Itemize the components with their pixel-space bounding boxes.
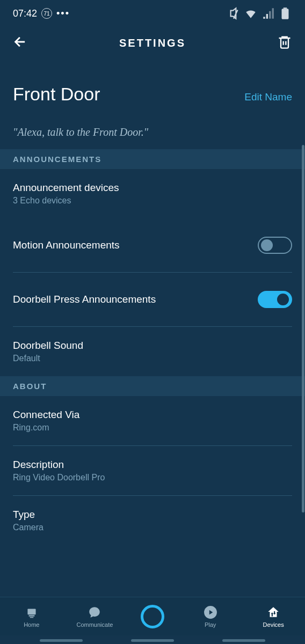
announcement-devices-sub: 3 Echo devices bbox=[13, 196, 119, 206]
device-title-row: Front Door Edit Name bbox=[0, 68, 305, 126]
status-bar: 07:42 71 ••• bbox=[0, 0, 305, 24]
announcement-devices-label: Announcement devices bbox=[13, 182, 119, 194]
voice-instruction: "Alexa, talk to the Front Door." bbox=[0, 126, 305, 149]
devices-icon bbox=[266, 605, 281, 620]
nav-play-label: Play bbox=[205, 621, 216, 628]
nav-devices[interactable]: Devices bbox=[252, 605, 295, 628]
page-title: SETTINGS bbox=[119, 37, 186, 49]
nav-alexa[interactable] bbox=[136, 605, 169, 628]
delete-button[interactable] bbox=[277, 34, 292, 52]
description-label: Description bbox=[13, 459, 105, 471]
row-description[interactable]: Description Ring Video Doorbell Pro bbox=[0, 446, 305, 495]
type-sub: Camera bbox=[13, 523, 43, 532]
row-announcement-devices[interactable]: Announcement devices 3 Echo devices bbox=[0, 169, 305, 218]
motion-announcements-toggle[interactable] bbox=[258, 237, 292, 254]
status-icons bbox=[227, 6, 292, 20]
battery-pct-icon: 71 bbox=[41, 8, 52, 19]
chat-icon bbox=[87, 605, 102, 620]
nav-home-label: Home bbox=[24, 621, 39, 628]
svg-rect-2 bbox=[27, 609, 35, 615]
bottom-nav: Home Communicate Play Devices bbox=[0, 597, 305, 635]
doorbell-press-toggle[interactable] bbox=[258, 291, 292, 308]
connected-via-sub: Ring.com bbox=[13, 423, 79, 433]
back-button[interactable] bbox=[13, 34, 28, 52]
section-about-header: ABOUT bbox=[0, 376, 305, 396]
arrow-left-icon bbox=[13, 34, 28, 49]
svg-rect-9 bbox=[274, 611, 275, 614]
svg-rect-0 bbox=[282, 9, 289, 19]
svg-rect-1 bbox=[284, 8, 287, 9]
motion-announcements-label: Motion Announcements bbox=[13, 239, 120, 251]
trash-icon bbox=[277, 34, 292, 49]
row-type[interactable]: Type Camera bbox=[0, 496, 305, 538]
type-label: Type bbox=[13, 509, 43, 521]
row-doorbell-sound[interactable]: Doorbell Sound Default bbox=[0, 327, 305, 376]
device-title: Front Door bbox=[13, 84, 100, 105]
row-connected-via[interactable]: Connected Via Ring.com bbox=[0, 396, 305, 445]
doorbell-press-label: Doorbell Press Announcements bbox=[13, 294, 156, 305]
row-doorbell-press: Doorbell Press Announcements bbox=[0, 273, 305, 326]
svg-rect-8 bbox=[272, 613, 273, 616]
more-dots-icon: ••• bbox=[56, 8, 70, 19]
svg-rect-4 bbox=[30, 617, 34, 618]
status-time: 07:42 bbox=[13, 8, 37, 19]
doorbell-sound-sub: Default bbox=[13, 354, 83, 363]
signal-icon bbox=[261, 6, 275, 20]
nav-home[interactable]: Home bbox=[10, 605, 53, 628]
nav-communicate-label: Communicate bbox=[76, 621, 113, 628]
mute-icon bbox=[227, 6, 241, 20]
gesture-bar bbox=[0, 639, 305, 642]
app-header: SETTINGS bbox=[0, 24, 305, 68]
description-sub: Ring Video Doorbell Pro bbox=[13, 473, 105, 482]
edit-name-link[interactable]: Edit Name bbox=[244, 91, 292, 103]
wifi-icon bbox=[244, 6, 258, 20]
nav-communicate[interactable]: Communicate bbox=[73, 605, 116, 628]
alexa-icon bbox=[141, 605, 164, 628]
section-announcements-header: ANNOUNCEMENTS bbox=[0, 149, 305, 169]
row-motion-announcements: Motion Announcements bbox=[0, 218, 305, 272]
connected-via-label: Connected Via bbox=[13, 409, 79, 421]
battery-icon bbox=[278, 6, 292, 20]
home-icon bbox=[24, 605, 39, 620]
scroll-indicator[interactable] bbox=[302, 145, 304, 513]
nav-play[interactable]: Play bbox=[189, 605, 232, 628]
nav-devices-label: Devices bbox=[263, 621, 284, 628]
svg-rect-3 bbox=[28, 615, 34, 616]
play-icon bbox=[203, 605, 218, 620]
doorbell-sound-label: Doorbell Sound bbox=[13, 340, 83, 352]
